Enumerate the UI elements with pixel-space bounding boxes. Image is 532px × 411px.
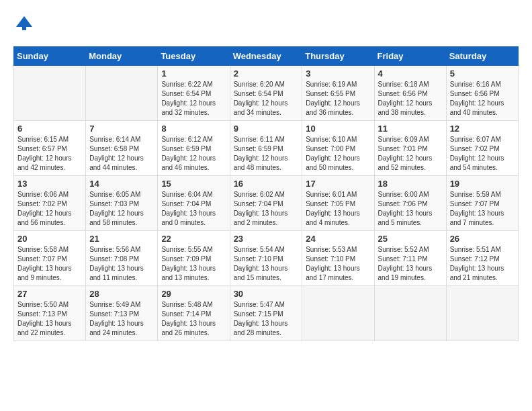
day-number: 8: [161, 124, 226, 134]
calendar-cell: 17Sunrise: 6:01 AM Sunset: 7:05 PM Dayli…: [302, 176, 374, 231]
day-number: 7: [89, 124, 154, 134]
calendar-cell: 24Sunrise: 5:53 AM Sunset: 7:10 PM Dayli…: [302, 231, 374, 286]
day-detail: Sunrise: 5:48 AM Sunset: 7:14 PM Dayligh…: [161, 300, 226, 338]
day-detail: Sunrise: 6:16 AM Sunset: 6:56 PM Dayligh…: [450, 80, 515, 118]
day-detail: Sunrise: 6:09 AM Sunset: 7:01 PM Dayligh…: [378, 135, 443, 173]
day-detail: Sunrise: 5:55 AM Sunset: 7:09 PM Dayligh…: [161, 245, 226, 283]
day-number: 1: [161, 68, 226, 79]
logo: [13, 13, 34, 36]
calendar-cell: 5Sunrise: 6:16 AM Sunset: 6:56 PM Daylig…: [446, 66, 518, 121]
day-detail: Sunrise: 6:05 AM Sunset: 7:03 PM Dayligh…: [89, 190, 154, 228]
day-detail: Sunrise: 6:07 AM Sunset: 7:02 PM Dayligh…: [450, 135, 515, 173]
day-detail: Sunrise: 6:19 AM Sunset: 6:55 PM Dayligh…: [306, 80, 370, 118]
day-detail: Sunrise: 6:11 AM Sunset: 6:59 PM Dayligh…: [234, 135, 299, 173]
calendar-header-monday: Monday: [86, 47, 158, 66]
calendar-week-5: 27Sunrise: 5:50 AM Sunset: 7:13 PM Dayli…: [14, 286, 519, 341]
day-detail: Sunrise: 5:49 AM Sunset: 7:13 PM Dayligh…: [89, 300, 154, 338]
calendar-cell: [446, 286, 518, 341]
day-number: 12: [450, 124, 515, 134]
calendar-cell: 27Sunrise: 5:50 AM Sunset: 7:13 PM Dayli…: [14, 286, 86, 341]
day-number: 15: [161, 179, 226, 189]
calendar-cell: [14, 66, 86, 121]
day-number: 13: [17, 179, 82, 189]
day-number: 26: [450, 234, 515, 244]
day-number: 29: [161, 289, 226, 299]
day-number: 6: [17, 124, 82, 134]
day-number: 30: [234, 289, 299, 299]
day-detail: Sunrise: 6:01 AM Sunset: 7:05 PM Dayligh…: [306, 190, 370, 228]
calendar-cell: 13Sunrise: 6:06 AM Sunset: 7:02 PM Dayli…: [14, 176, 86, 231]
day-detail: Sunrise: 6:04 AM Sunset: 7:04 PM Dayligh…: [161, 190, 226, 228]
calendar-header-tuesday: Tuesday: [158, 47, 230, 66]
calendar-week-3: 13Sunrise: 6:06 AM Sunset: 7:02 PM Dayli…: [14, 176, 519, 231]
day-detail: Sunrise: 5:51 AM Sunset: 7:12 PM Dayligh…: [450, 245, 515, 283]
day-number: 4: [378, 68, 443, 79]
calendar-table: SundayMondayTuesdayWednesdayThursdayFrid…: [13, 46, 519, 341]
day-number: 24: [306, 234, 370, 244]
calendar-cell: 20Sunrise: 5:58 AM Sunset: 7:07 PM Dayli…: [14, 231, 86, 286]
day-number: 5: [450, 68, 515, 79]
day-number: 28: [89, 289, 154, 299]
day-number: 19: [450, 179, 515, 189]
day-detail: Sunrise: 5:52 AM Sunset: 7:11 PM Dayligh…: [378, 245, 443, 283]
day-detail: Sunrise: 5:47 AM Sunset: 7:15 PM Dayligh…: [234, 300, 299, 338]
calendar-cell: 19Sunrise: 5:59 AM Sunset: 7:07 PM Dayli…: [446, 176, 518, 231]
calendar-cell: 18Sunrise: 6:00 AM Sunset: 7:06 PM Dayli…: [374, 176, 446, 231]
calendar-header-saturday: Saturday: [446, 47, 518, 66]
day-number: 23: [234, 234, 299, 244]
day-number: 21: [89, 234, 154, 244]
calendar-week-2: 6Sunrise: 6:15 AM Sunset: 6:57 PM Daylig…: [14, 121, 519, 176]
day-detail: Sunrise: 6:15 AM Sunset: 6:57 PM Dayligh…: [17, 135, 82, 173]
svg-marker-0: [16, 16, 32, 27]
calendar-cell: [86, 66, 158, 121]
day-detail: Sunrise: 6:22 AM Sunset: 6:54 PM Dayligh…: [161, 80, 226, 118]
day-detail: Sunrise: 6:10 AM Sunset: 7:00 PM Dayligh…: [306, 135, 370, 173]
calendar-cell: 11Sunrise: 6:09 AM Sunset: 7:01 PM Dayli…: [374, 121, 446, 176]
calendar-cell: [374, 286, 446, 341]
calendar-cell: [302, 286, 374, 341]
calendar-cell: 2Sunrise: 6:20 AM Sunset: 6:54 PM Daylig…: [230, 66, 302, 121]
calendar-header-friday: Friday: [374, 47, 446, 66]
calendar-header-thursday: Thursday: [302, 47, 374, 66]
day-number: 16: [234, 179, 299, 189]
day-number: 22: [161, 234, 226, 244]
calendar-cell: 28Sunrise: 5:49 AM Sunset: 7:13 PM Dayli…: [86, 286, 158, 341]
day-detail: Sunrise: 5:53 AM Sunset: 7:10 PM Dayligh…: [306, 245, 370, 283]
calendar-cell: 25Sunrise: 5:52 AM Sunset: 7:11 PM Dayli…: [374, 231, 446, 286]
day-number: 2: [234, 68, 299, 79]
day-number: 10: [306, 124, 370, 134]
day-number: 20: [17, 234, 82, 244]
calendar-cell: 4Sunrise: 6:18 AM Sunset: 6:56 PM Daylig…: [374, 66, 446, 121]
calendar-cell: 23Sunrise: 5:54 AM Sunset: 7:10 PM Dayli…: [230, 231, 302, 286]
day-detail: Sunrise: 5:58 AM Sunset: 7:07 PM Dayligh…: [17, 245, 82, 283]
day-detail: Sunrise: 6:20 AM Sunset: 6:54 PM Dayligh…: [234, 80, 299, 118]
day-detail: Sunrise: 6:14 AM Sunset: 6:58 PM Dayligh…: [89, 135, 154, 173]
calendar-cell: 21Sunrise: 5:56 AM Sunset: 7:08 PM Dayli…: [86, 231, 158, 286]
day-number: 11: [378, 124, 443, 134]
calendar-cell: 30Sunrise: 5:47 AM Sunset: 7:15 PM Dayli…: [230, 286, 302, 341]
day-number: 27: [17, 289, 82, 299]
day-number: 9: [234, 124, 299, 134]
page-header: [13, 13, 519, 36]
day-number: 18: [378, 179, 443, 189]
day-detail: Sunrise: 6:00 AM Sunset: 7:06 PM Dayligh…: [378, 190, 443, 228]
calendar-week-1: 1Sunrise: 6:22 AM Sunset: 6:54 PM Daylig…: [14, 66, 519, 121]
calendar-cell: 22Sunrise: 5:55 AM Sunset: 7:09 PM Dayli…: [158, 231, 230, 286]
day-detail: Sunrise: 6:02 AM Sunset: 7:04 PM Dayligh…: [234, 190, 299, 228]
logo-icon: [15, 13, 34, 32]
day-detail: Sunrise: 5:50 AM Sunset: 7:13 PM Dayligh…: [17, 300, 82, 338]
calendar-cell: 29Sunrise: 5:48 AM Sunset: 7:14 PM Dayli…: [158, 286, 230, 341]
calendar-header-sunday: Sunday: [14, 47, 86, 66]
day-detail: Sunrise: 6:12 AM Sunset: 6:59 PM Dayligh…: [161, 135, 226, 173]
day-detail: Sunrise: 5:54 AM Sunset: 7:10 PM Dayligh…: [234, 245, 299, 283]
calendar-cell: 6Sunrise: 6:15 AM Sunset: 6:57 PM Daylig…: [14, 121, 86, 176]
day-number: 25: [378, 234, 443, 244]
day-number: 17: [306, 179, 370, 189]
calendar-header-row: SundayMondayTuesdayWednesdayThursdayFrid…: [14, 47, 519, 66]
calendar-cell: 8Sunrise: 6:12 AM Sunset: 6:59 PM Daylig…: [158, 121, 230, 176]
calendar-cell: 7Sunrise: 6:14 AM Sunset: 6:58 PM Daylig…: [86, 121, 158, 176]
calendar-cell: 3Sunrise: 6:19 AM Sunset: 6:55 PM Daylig…: [302, 66, 374, 121]
day-number: 3: [306, 68, 370, 79]
calendar-week-4: 20Sunrise: 5:58 AM Sunset: 7:07 PM Dayli…: [14, 231, 519, 286]
calendar-cell: 14Sunrise: 6:05 AM Sunset: 7:03 PM Dayli…: [86, 176, 158, 231]
